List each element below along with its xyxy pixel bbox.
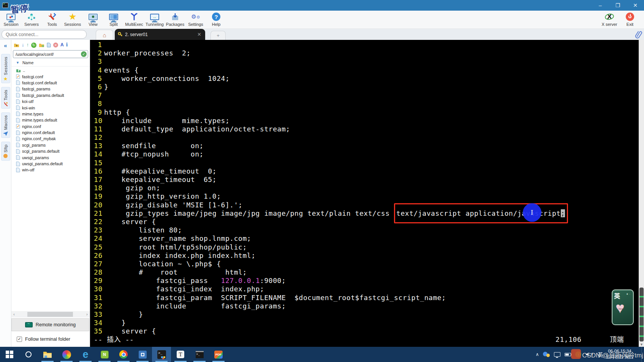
line-text: gzip_http_version 1.0; bbox=[104, 192, 221, 200]
follow-folder-checkbox[interactable]: ✓ bbox=[17, 337, 22, 342]
file-row[interactable]: koi-win bbox=[16, 104, 90, 111]
path-bar[interactable]: /usr/local/nginx/conf/ ✓ bbox=[13, 50, 88, 58]
file-row[interactable]: nginx.conf.default bbox=[16, 130, 90, 136]
folder-up-icon[interactable] bbox=[14, 43, 19, 47]
tray-expand[interactable]: ∧ bbox=[536, 352, 539, 357]
taskbar-cmd-terminal[interactable]: >_ bbox=[190, 347, 209, 362]
remote-monitoring-button[interactable]: Remote monitoring bbox=[11, 318, 89, 331]
ime-skin-badge[interactable]: 英 ✦ · ♥ Heart bbox=[612, 289, 634, 325]
quick-connect-input[interactable] bbox=[2, 30, 87, 39]
terminal-scrollbar[interactable]: ▼ bbox=[639, 40, 644, 347]
line-text: server_name shop.lnmp.com; bbox=[104, 234, 251, 242]
taskbar-notepad-plus-plus[interactable]: N bbox=[95, 347, 114, 362]
toolbar-item-tools[interactable]: Tools bbox=[42, 11, 62, 29]
info-icon[interactable]: i bbox=[66, 42, 68, 47]
file-row[interactable]: fastcgi_params.default bbox=[16, 92, 90, 98]
toolbar-item-settings[interactable]: ⚙⚙Settings bbox=[185, 11, 206, 29]
maximize-button[interactable]: ❐ bbox=[609, 0, 627, 11]
refresh-icon[interactable]: ↻ bbox=[31, 42, 36, 48]
file-row[interactable]: fastcgi.conf bbox=[16, 73, 90, 79]
scroll-down-icon[interactable]: ▼ bbox=[639, 343, 644, 346]
file-row[interactable]: koi-utf bbox=[16, 98, 90, 104]
sidebar-tab-sftp[interactable]: Sftp bbox=[1, 142, 10, 161]
taskbar-foxit-pdf[interactable]: PDF bbox=[209, 347, 228, 362]
csdn-watermark: CSDN @自听风吟tmj bbox=[582, 350, 643, 359]
file-row[interactable]: scgi_params bbox=[16, 142, 90, 148]
new-folder-icon[interactable] bbox=[39, 43, 44, 47]
download-icon[interactable]: ↓ bbox=[22, 42, 24, 47]
file-row[interactable]: win-utf bbox=[16, 167, 90, 173]
horizontal-scrollbar[interactable]: ‹ › bbox=[11, 311, 90, 318]
file-name: koi-utf bbox=[22, 99, 33, 104]
file-list-header[interactable]: ▼ Name bbox=[11, 59, 90, 66]
paperclip-icon[interactable] bbox=[635, 30, 642, 39]
line-number: 1 bbox=[94, 41, 102, 49]
toolbar-item-view[interactable]: View bbox=[83, 11, 103, 29]
tab-active-session[interactable]: 2. server01 ✕ bbox=[115, 29, 205, 40]
file-row[interactable]: uwsgi_params.default bbox=[16, 161, 90, 167]
file-row[interactable]: nginx.conf bbox=[16, 123, 90, 130]
toolbar-item-help[interactable]: ?Help bbox=[206, 11, 226, 29]
line-text: gzip_disable 'MSIE [1-6].'; bbox=[104, 201, 242, 209]
tray-display[interactable] bbox=[554, 352, 560, 357]
toolbar-item-x-server[interactable]: XX server bbox=[599, 11, 620, 29]
line-text: keepalive_timeout 65; bbox=[104, 175, 217, 183]
collapse-sidebar-icon[interactable]: « bbox=[4, 42, 7, 49]
sidebar-tab-tools[interactable]: Tools bbox=[1, 87, 10, 109]
tray-ime-cloud[interactable] bbox=[543, 352, 550, 357]
file-row[interactable]: uwsgi_params bbox=[16, 154, 90, 160]
taskbar-chrome-browser[interactable] bbox=[114, 347, 133, 362]
file-row[interactable]: fastcgi_params bbox=[16, 86, 90, 92]
taskbar-file-explorer[interactable] bbox=[38, 347, 57, 362]
column-name-label: Name bbox=[22, 60, 33, 65]
terminal-line: 26 index index.php index.html; bbox=[94, 251, 639, 260]
cursor-position: 21,106 bbox=[555, 335, 581, 344]
toolbar-item-multiexec[interactable]: MultiExec bbox=[124, 11, 144, 29]
file-row[interactable]: nginx.conf_mybak bbox=[16, 136, 90, 142]
toolbar-item-sessions[interactable]: ★Sessions bbox=[62, 11, 83, 29]
scroll-position: 顶端 bbox=[610, 335, 624, 344]
terminal-screen[interactable]: 12worker_processes 2;34events {5 worker_… bbox=[90, 40, 639, 347]
toolbar-item-packages[interactable]: Packages bbox=[165, 11, 185, 29]
scroll-right-icon[interactable]: › bbox=[84, 312, 90, 316]
toolbar-item-tunneling[interactable]: ↔Tunneling bbox=[144, 11, 165, 29]
hscroll-thumb[interactable] bbox=[27, 312, 73, 317]
new-file-icon[interactable] bbox=[47, 43, 51, 47]
tab-home[interactable]: ⌂ bbox=[96, 30, 113, 40]
delete-icon[interactable]: ✕ bbox=[53, 42, 58, 48]
line-text: server { bbox=[104, 218, 156, 226]
xserver-icon: X bbox=[604, 12, 614, 22]
scroll-left-icon[interactable]: ‹ bbox=[11, 312, 17, 316]
line-number: 14 bbox=[94, 150, 102, 158]
view-icon bbox=[89, 12, 98, 22]
tray-battery[interactable] bbox=[565, 353, 571, 356]
close-button[interactable]: ✕ bbox=[627, 0, 644, 11]
taskbar-start[interactable] bbox=[0, 347, 19, 362]
line-number: 12 bbox=[94, 133, 102, 142]
tab-close-icon[interactable]: ✕ bbox=[197, 32, 201, 37]
new-tab-button[interactable]: + bbox=[210, 31, 226, 40]
sidebar-tab-sessions[interactable]: Sessions★ bbox=[1, 54, 10, 83]
file-row[interactable]: .. bbox=[16, 67, 90, 73]
taskbar-typora[interactable]: T bbox=[171, 347, 190, 362]
terminal-scroll-thumb[interactable] bbox=[639, 288, 644, 341]
taskbar-photos-app[interactable] bbox=[57, 347, 76, 362]
file-row[interactable]: mime.types bbox=[16, 111, 90, 117]
sidebar-tab-macros[interactable]: Macros bbox=[1, 112, 10, 138]
upload-icon[interactable]: ↑ bbox=[27, 42, 29, 47]
file-row[interactable]: mime.types.default bbox=[16, 117, 90, 123]
taskbar-vmware[interactable] bbox=[133, 347, 152, 362]
font-icon[interactable]: A bbox=[60, 42, 64, 47]
file-icon bbox=[16, 99, 20, 104]
toolbar-item-label: View bbox=[89, 22, 98, 27]
taskbar-edge-browser[interactable]: e bbox=[76, 347, 95, 362]
file-row[interactable]: scgi_params.default bbox=[16, 148, 90, 154]
file-row[interactable]: fastcgi.conf.default bbox=[16, 80, 90, 86]
taskbar-cortana-search[interactable] bbox=[19, 347, 38, 362]
file-name: win-utf bbox=[22, 168, 34, 172]
minimize-button[interactable]: – bbox=[592, 0, 609, 11]
toolbar-item-exit[interactable]: Exit bbox=[620, 11, 640, 29]
ip-address-text: 127.0.0.1 bbox=[221, 277, 260, 285]
toolbar-item-split[interactable]: Split bbox=[103, 11, 124, 29]
taskbar-mobaxterm[interactable]: >_ bbox=[152, 347, 171, 362]
